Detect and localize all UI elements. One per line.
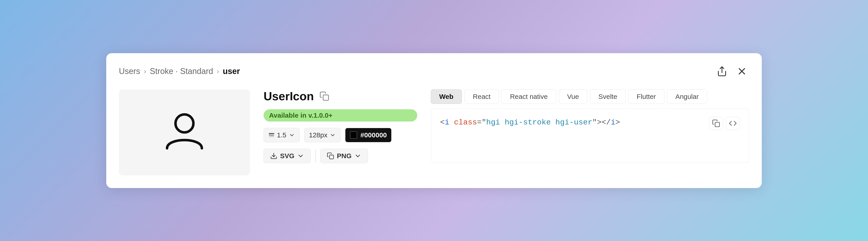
modal-container: Users › Stroke · Standard › user	[106, 53, 762, 188]
tabs-row: Web React React native Vue Svelte Flutte…	[431, 89, 749, 104]
tab-angular[interactable]: Angular	[667, 89, 707, 104]
download-icon-svg	[270, 152, 277, 160]
user-icon-display	[160, 107, 209, 157]
close-button[interactable]	[735, 64, 749, 79]
icon-name-row: UserIcon	[264, 89, 417, 103]
icon-preview	[119, 89, 250, 176]
breadcrumb-users[interactable]: Users	[119, 66, 140, 76]
breadcrumb-stroke-standard[interactable]: Stroke · Standard	[150, 66, 213, 76]
code-snippet: <i class="hgi hgi-stroke hgi-user"></i>	[440, 117, 620, 128]
chevron-down-icon	[289, 132, 295, 138]
stroke-width-value: 1.5	[277, 131, 286, 139]
breadcrumb: Users › Stroke · Standard › user	[119, 66, 240, 76]
chevron-down-icon-png	[354, 152, 362, 160]
top-actions	[715, 64, 749, 79]
code-panel: Web React React native Vue Svelte Flutte…	[431, 89, 749, 163]
png-download-button[interactable]: PNG	[320, 149, 368, 163]
color-picker-button[interactable]: #000000	[345, 128, 392, 142]
share-button[interactable]	[715, 64, 729, 79]
stroke-lines-icon	[268, 132, 275, 138]
size-value: 128px	[309, 131, 328, 139]
tab-svelte[interactable]: Svelte	[590, 89, 625, 104]
copy-icon-png	[327, 152, 334, 160]
vertical-divider	[315, 150, 316, 162]
version-badge: Available in v.1.0.0+	[264, 109, 417, 122]
copy-icon	[319, 91, 329, 101]
breadcrumb-sep-2: ›	[217, 67, 219, 75]
size-dropdown[interactable]: 128px	[304, 128, 341, 142]
svg-rect-10	[715, 122, 720, 127]
breadcrumb-current: user	[223, 66, 240, 76]
copy-code-icon	[712, 119, 720, 127]
chevron-down-icon-svg	[297, 152, 304, 160]
controls-row: 1.5 128px #000000	[264, 128, 417, 142]
tab-web[interactable]: Web	[431, 89, 462, 104]
color-swatch	[350, 132, 357, 139]
close-icon	[737, 66, 747, 77]
copy-name-button[interactable]	[318, 90, 330, 102]
chevron-down-icon-size	[330, 132, 336, 138]
icon-name: UserIcon	[264, 89, 314, 103]
embed-code-button[interactable]	[726, 117, 740, 130]
download-row: SVG PNG	[264, 149, 417, 163]
share-icon	[717, 66, 727, 77]
svg-point-3	[176, 114, 193, 132]
breadcrumb-sep-1: ›	[144, 67, 146, 75]
copy-code-button[interactable]	[709, 117, 723, 130]
svg-rect-9	[330, 155, 333, 159]
icon-info-panel: UserIcon Available in v.1.0.0+ 1	[264, 89, 417, 163]
code-embed-icon	[729, 119, 737, 127]
tab-vue[interactable]: Vue	[559, 89, 587, 104]
png-label: PNG	[337, 152, 351, 160]
tab-react[interactable]: React	[465, 89, 499, 104]
svg-label: SVG	[280, 152, 294, 160]
color-value: #000000	[360, 131, 387, 139]
top-bar: Users › Stroke · Standard › user	[119, 64, 749, 79]
svg-download-button[interactable]: SVG	[264, 149, 311, 163]
tab-react-native[interactable]: React native	[502, 89, 556, 104]
main-content: UserIcon Available in v.1.0.0+ 1	[119, 89, 749, 176]
code-actions	[709, 117, 740, 130]
tab-flutter[interactable]: Flutter	[628, 89, 664, 104]
code-block: <i class="hgi hgi-stroke hgi-user"></i>	[431, 108, 749, 163]
svg-rect-4	[323, 95, 329, 100]
stroke-width-dropdown[interactable]: 1.5	[264, 128, 300, 142]
